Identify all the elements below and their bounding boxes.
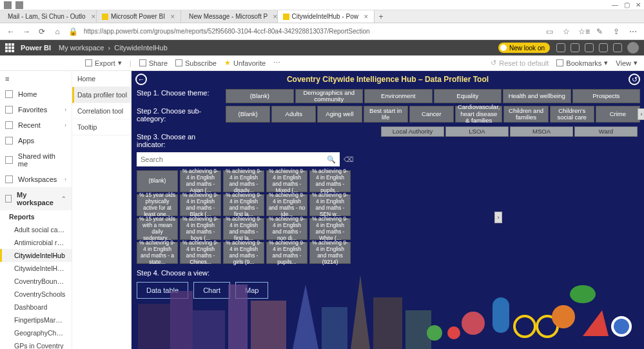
tab-powerbi[interactable]: Microsoft Power BI✕ (97, 10, 181, 23)
indicator-option[interactable]: % achieving 9-4 in English and maths - p… (266, 242, 307, 264)
scroll-right-button[interactable]: › (494, 212, 502, 223)
favorite-icon[interactable]: ☆ (561, 27, 571, 36)
theme-option[interactable]: Equality (434, 89, 502, 103)
indicator-option[interactable]: % 15 year olds physically active for at … (137, 194, 178, 216)
theme-option[interactable]: Environment (364, 89, 433, 103)
indicator-option[interactable]: % achieving 9-4 in English and maths - S… (309, 194, 351, 216)
scroll-right-button[interactable]: › (638, 108, 644, 120)
url-field[interactable]: https://app.powerbi.com/groups/me/report… (84, 28, 538, 35)
nav-shared[interactable]: Shared with me (0, 148, 72, 172)
eraser-icon[interactable]: ⌫ (344, 155, 354, 164)
theme-option[interactable]: Prospects (572, 89, 641, 103)
tab-newmsg[interactable]: New Message - Microsoft P✕ (181, 10, 278, 23)
nav-back[interactable]: ← (6, 27, 15, 36)
subscribe-button[interactable]: Subscribe (175, 59, 217, 67)
indicator-option[interactable]: % 15 year olds with a mean daily sedenta… (137, 218, 178, 240)
download-icon[interactable] (585, 43, 594, 52)
tab-citywide[interactable]: CitywideIntelHub - Pow✕ (278, 10, 375, 23)
subcat-option[interactable]: Aging well (317, 106, 362, 123)
subcat-option[interactable]: Children and families (503, 106, 548, 123)
search-input[interactable] (141, 155, 327, 163)
new-look-toggle[interactable]: New look on (498, 43, 550, 53)
indicator-option[interactable]: % achieving 9-4 in English and maths - p… (309, 170, 351, 192)
report-item[interactable]: GeographyChooser (0, 326, 72, 339)
breadcrumb-report[interactable]: CitywideIntelHub (114, 44, 168, 52)
report-item[interactable]: FingertipsMarmot... (0, 314, 72, 326)
indicator-option[interactable]: % achieving 9-4 in English and maths - B… (180, 194, 221, 216)
nav-workspaces[interactable]: Workspaces› (0, 172, 72, 187)
window-maximize[interactable]: ▢ (621, 1, 632, 8)
unfavorite-button[interactable]: ★Unfavorite (224, 59, 266, 67)
theme-option[interactable]: Demographics and community (295, 89, 364, 103)
nav-home[interactable]: Home (0, 86, 72, 102)
indicator-option[interactable]: % achieving 9-4 in English and maths (92… (309, 242, 351, 264)
view-button[interactable]: View▾ (616, 59, 638, 67)
view-option[interactable]: Data table (137, 282, 188, 299)
report-item[interactable]: GPs in Coventry (0, 339, 72, 349)
bookmarks-icon[interactable]: ☆≡ (578, 27, 587, 36)
search-box[interactable]: 🔍 (137, 152, 340, 166)
nav-home[interactable]: ⌂ (53, 27, 62, 36)
report-item[interactable]: Dashboard (0, 301, 72, 314)
subcat-option[interactable]: Cardiovascular, heart disease & families (455, 106, 502, 123)
report-item[interactable]: Antimicrobial resis... (0, 236, 72, 249)
report-item[interactable]: CitywideIntelHub... (0, 262, 72, 275)
geo-option[interactable]: MSOA (510, 126, 573, 137)
indicator-option[interactable]: (Blank) (137, 170, 178, 192)
report-item[interactable]: CitywideIntelHub (0, 249, 72, 262)
more-button[interactable]: ⋯ (273, 59, 280, 67)
subcat-option[interactable]: Crime (596, 106, 640, 123)
nav-refresh[interactable]: ⟳ (37, 27, 46, 36)
report-item[interactable]: Adult social care O... (0, 223, 72, 236)
page-tab[interactable]: Correlation tool (72, 103, 131, 119)
geo-option[interactable]: Local Authority (381, 126, 444, 137)
search-icon[interactable]: 🔍 (327, 155, 336, 164)
indicator-option[interactable]: % achieving 9-4 in English and maths - W… (309, 218, 351, 240)
indicator-option[interactable]: % achieving 9-4 in English and maths - d… (223, 170, 264, 192)
bookmarks-button[interactable]: Bookmarks▾ (556, 59, 608, 67)
page-tab[interactable]: Data profiler tool (72, 87, 131, 103)
indicator-option[interactable]: % achieving 9-4 in English and maths - M… (266, 170, 307, 192)
indicator-option[interactable]: % achieving 9-4 in English and maths - a… (137, 242, 178, 264)
indicator-option[interactable]: % achieving 9-4 in English and maths - n… (266, 218, 307, 240)
subcat-option[interactable]: Best start in life (364, 106, 408, 123)
indicator-option[interactable]: % achieving 9-4 in English and maths - f… (223, 194, 264, 216)
geo-option[interactable]: Ward (574, 126, 638, 137)
menu-icon[interactable]: ⋯ (629, 27, 638, 36)
indicator-option[interactable]: % achieving 9-4 in English and maths - A… (180, 170, 221, 192)
refresh-icon[interactable] (15, 1, 23, 9)
tab-mail[interactable]: Mail - Lam, Si Chun - Outlo✕ (0, 10, 97, 23)
indicator-option[interactable]: % achieving 9-4 in English and maths - f… (223, 218, 264, 240)
nav-favorites[interactable]: Favorites› (0, 102, 72, 117)
reader-icon[interactable]: ▭ (545, 27, 554, 36)
app-launcher-icon[interactable] (5, 43, 14, 52)
back-button[interactable]: ← (135, 74, 147, 85)
close-icon[interactable]: ✕ (170, 14, 175, 20)
chat-icon[interactable] (556, 43, 565, 52)
indicator-option[interactable]: % achieving 9-4 in English and maths - g… (223, 242, 264, 264)
geo-option[interactable]: LSOA (445, 126, 509, 137)
theme-option[interactable]: (Blank) (226, 89, 294, 103)
report-item[interactable]: CoventryBoundaries (0, 275, 72, 288)
nav-apps[interactable]: Apps (0, 133, 72, 148)
reset-report-button[interactable]: ↺ (629, 74, 640, 85)
close-icon[interactable]: ✕ (364, 14, 369, 20)
breadcrumb-workspace[interactable]: My workspace (59, 44, 104, 52)
close-icon[interactable]: ✕ (91, 14, 96, 20)
subcat-option[interactable]: Adults (271, 106, 316, 123)
subcat-option[interactable]: Children's social care (550, 106, 594, 123)
notes-icon[interactable]: ✎ (595, 27, 604, 36)
report-item[interactable]: CoventrySchools (0, 288, 72, 301)
theme-option[interactable]: Health and wellbeing (503, 89, 571, 103)
smile-icon[interactable] (613, 43, 622, 52)
window-close[interactable]: ✕ (632, 1, 644, 8)
close-icon[interactable]: ✕ (273, 14, 278, 20)
reset-button[interactable]: ↺Reset to default (491, 59, 549, 67)
settings-icon[interactable] (571, 43, 580, 52)
indicator-option[interactable]: % achieving 9-4 in English and maths - n… (266, 194, 307, 216)
nav-recent[interactable]: Recent› (0, 117, 72, 133)
view-option[interactable]: Chart (193, 282, 230, 299)
view-option[interactable]: Map (235, 282, 268, 299)
export-button[interactable]: Export▾ (85, 59, 122, 67)
nav-forward[interactable]: → (22, 27, 31, 36)
